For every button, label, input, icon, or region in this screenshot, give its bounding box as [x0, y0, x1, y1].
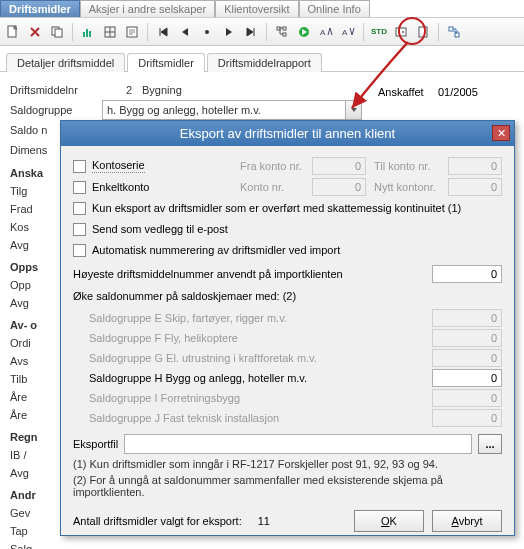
value-antall: 11: [258, 515, 270, 527]
topnav-tab-aksjer[interactable]: Aksjer i andre selskaper: [80, 0, 215, 17]
form-tabs: Detaljer driftsmiddel Driftsmidler Drift…: [0, 46, 524, 72]
checkbox-kun-eksport[interactable]: [73, 202, 86, 215]
saldogruppe-input: 0: [432, 329, 502, 347]
saldogruppe-label: Saldogruppe E Skip, fartøyer, rigger m.v…: [89, 312, 432, 324]
saldogruppe-input: 0: [432, 309, 502, 327]
value-driftsmiddelnr: 2: [102, 84, 142, 96]
grid-icon[interactable]: [101, 23, 119, 41]
combo-saldogruppe-text: h. Bygg og anlegg, hoteller m.v.: [103, 104, 345, 116]
saldogruppe-input: 0: [432, 389, 502, 407]
toolbar: A A STD: [0, 18, 524, 46]
label-konto-nr: Konto nr.: [240, 181, 312, 193]
copy-icon[interactable]: [48, 23, 66, 41]
tab-detaljer[interactable]: Detaljer driftsmiddel: [6, 53, 125, 72]
mask-icon[interactable]: [392, 23, 410, 41]
svg-point-16: [398, 31, 400, 33]
sort-asc-icon[interactable]: A: [317, 23, 335, 41]
export-icon[interactable]: [445, 23, 463, 41]
svg-rect-20: [455, 33, 459, 37]
saldogruppe-input: 0: [432, 349, 502, 367]
label-enkeltkonto: Enkeltkonto: [92, 181, 149, 193]
saldogruppe-list: Saldogruppe E Skip, fartøyer, rigger m.v…: [89, 308, 502, 428]
browse-button[interactable]: ...: [478, 434, 502, 454]
label-kun-eksport: Kun eksport av driftsmidler som er overf…: [92, 202, 461, 214]
svg-point-8: [205, 30, 209, 34]
label-auto-num: Automatisk nummerering av driftsmidler v…: [92, 244, 340, 256]
label-til-konto: Til konto nr.: [374, 160, 448, 172]
input-hoyeste[interactable]: 0: [432, 265, 502, 283]
checkbox-auto-num[interactable]: [73, 244, 86, 257]
svg-rect-19: [449, 27, 453, 31]
top-nav: Driftsmidler Aksjer i andre selskaper Kl…: [0, 0, 524, 18]
dialog-title-text: Eksport av driftsmidler til annen klient: [180, 126, 395, 141]
saldogruppe-input[interactable]: 0: [432, 369, 502, 387]
label-saldogruppe: Saldogruppe: [10, 104, 102, 116]
svg-rect-2: [55, 29, 62, 37]
input-eksportfil[interactable]: [124, 434, 472, 454]
svg-text:A: A: [320, 28, 326, 37]
input-nytt-konto[interactable]: 0: [448, 178, 502, 196]
saldogruppe-input: 0: [432, 409, 502, 427]
tab-driftsmidler[interactable]: Driftsmidler: [127, 53, 205, 72]
saldogruppe-label: Saldogruppe G El. utrustning i kraftfore…: [89, 352, 432, 364]
tab-rapport[interactable]: Driftsmiddelrapport: [207, 53, 322, 72]
checkbox-kontoserie[interactable]: [73, 160, 86, 173]
right-side-column: Anskaffet 01/2005: [378, 82, 508, 102]
label-fra-konto: Fra konto nr.: [240, 160, 312, 172]
next-icon[interactable]: [220, 23, 238, 41]
chevron-down-icon[interactable]: [345, 101, 361, 119]
label-oke: Øke saldonummer på saldoskjemaer med: (2…: [73, 290, 296, 302]
last-icon[interactable]: [242, 23, 260, 41]
label-send-vedlegg: Send som vedlegg til e-post: [92, 223, 228, 235]
svg-rect-3: [83, 32, 85, 37]
checkbox-send-vedlegg[interactable]: [73, 223, 86, 236]
saldogruppe-label: Saldogruppe I Forretningsbygg: [89, 392, 432, 404]
side-item: Salg: [10, 540, 90, 549]
close-button[interactable]: ✕: [492, 125, 510, 141]
svg-rect-15: [396, 28, 406, 36]
tree-icon[interactable]: [273, 23, 291, 41]
label-nytt-konto: Nytt kontonr.: [374, 181, 448, 193]
combo-saldogruppe[interactable]: h. Bygg og anlegg, hoteller m.v.: [102, 100, 362, 120]
value-bygning: Bygning: [142, 84, 182, 96]
go-icon[interactable]: [295, 23, 313, 41]
svg-rect-10: [283, 27, 286, 30]
export-dialog: Eksport av driftsmidler til annen klient…: [60, 120, 515, 536]
label-kontoserie: Kontoserie: [92, 159, 145, 173]
input-til-konto[interactable]: 0: [448, 157, 502, 175]
delete-icon[interactable]: [26, 23, 44, 41]
doc2-icon[interactable]: [414, 23, 432, 41]
svg-rect-4: [86, 29, 88, 37]
sort-desc-icon[interactable]: A: [339, 23, 357, 41]
label-driftsmiddelnr: Driftsmiddelnr: [10, 84, 102, 96]
svg-rect-18: [419, 27, 427, 37]
topnav-tab-klientoversikt[interactable]: Klientoversikt: [215, 0, 298, 17]
ok-button[interactable]: OK: [354, 510, 424, 532]
checkbox-enkeltkonto[interactable]: [73, 181, 86, 194]
saldogruppe-label: Saldogruppe H Bygg og anlegg, hoteller m…: [89, 372, 432, 384]
saldogruppe-label: Saldogruppe F Fly, helikoptere: [89, 332, 432, 344]
saldogruppe-label: Saldogruppe J Fast teknisk installasjon: [89, 412, 432, 424]
first-icon[interactable]: [154, 23, 172, 41]
std-icon[interactable]: STD: [370, 23, 388, 41]
label-eksportfil: Eksportfil: [73, 438, 118, 450]
topnav-tab-driftsmidler[interactable]: Driftsmidler: [0, 0, 80, 17]
input-konto-nr[interactable]: 0: [312, 178, 366, 196]
svg-rect-5: [89, 31, 91, 37]
label-hoyeste: Høyeste driftsmiddelnummer anvendt på im…: [73, 268, 343, 280]
chart-icon[interactable]: [79, 23, 97, 41]
svg-point-17: [402, 31, 404, 33]
topnav-tab-onlineinfo[interactable]: Online Info: [299, 0, 370, 17]
svg-rect-11: [283, 33, 286, 36]
dialog-titlebar: Eksport av driftsmidler til annen klient…: [61, 121, 514, 146]
input-fra-konto[interactable]: 0: [312, 157, 366, 175]
new-icon[interactable]: [4, 23, 22, 41]
prev-icon[interactable]: [176, 23, 194, 41]
svg-text:A: A: [342, 28, 348, 37]
cancel-button[interactable]: Avbryt: [432, 510, 502, 532]
note-2: (2) For å unngå at saldonummer sammenfal…: [73, 474, 502, 498]
bullet-icon[interactable]: [198, 23, 216, 41]
label-anskaffet: Anskaffet: [378, 86, 438, 98]
form-icon[interactable]: [123, 23, 141, 41]
label-antall: Antall driftsmidler valgt for eksport:: [73, 515, 242, 527]
